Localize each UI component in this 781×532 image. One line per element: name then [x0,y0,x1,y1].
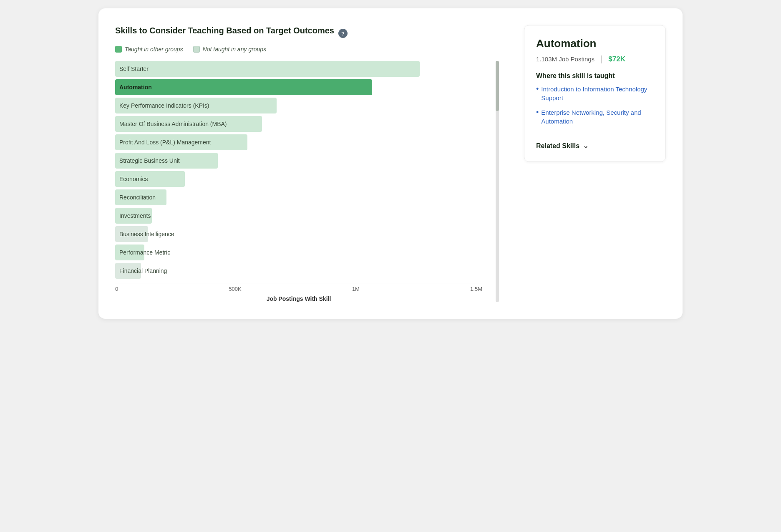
chevron-down-icon: ⌄ [583,142,588,150]
course-item-course2[interactable]: Enterprise Networking, Security and Auto… [536,108,654,126]
scrollbar-thumb[interactable] [496,61,499,111]
bar-row-kpis[interactable]: Key Performance Indicators (KPIs) [115,98,482,113]
legend-taught-label: Taught in other groups [125,46,183,53]
bar-row-business_intelligence[interactable]: Business Intelligence [115,226,482,242]
related-skills-toggle[interactable]: Related Skills ⌄ [536,135,654,150]
skill-meta: 1.103M Job Postings | $72K [536,54,654,64]
bar-label-self_starter: Self Starter [115,61,149,77]
x-tick-2: 1M [352,286,360,292]
legend-not-taught: Not taught in any groups [193,46,267,53]
legend-taught: Taught in other groups [115,46,183,53]
x-tick-1: 500K [229,286,241,292]
help-icon[interactable]: ? [338,29,348,38]
bar-row-economics[interactable]: Economics [115,171,482,187]
skill-salary: $72K [608,55,625,63]
bar-label-strategic_business_unit: Strategic Business Unit [115,153,180,169]
bar-row-self_starter[interactable]: Self Starter [115,61,482,77]
bar-row-mba[interactable]: Master Of Business Administration (MBA) [115,116,482,132]
meta-divider: | [600,54,602,64]
x-axis-ticks: 0500K1M1.5M [115,283,482,292]
legend-green-box [115,46,122,53]
legend-not-taught-label: Not taught in any groups [203,46,267,53]
bar-row-strategic_business_unit[interactable]: Strategic Business Unit [115,153,482,169]
bar-label-investments: Investments [115,208,151,224]
where-taught-heading: Where this skill is taught [536,72,654,80]
bar-row-financial_planning[interactable]: Financial Planning [115,263,482,279]
bar-label-business_intelligence: Business Intelligence [115,226,174,242]
bar-row-investments[interactable]: Investments [115,208,482,224]
course-item-course1[interactable]: Introduction to Information Technology S… [536,85,654,102]
bar-row-performance_metric[interactable]: Performance Metric [115,245,482,260]
related-skills-label: Related Skills [536,142,579,150]
bar-label-kpis: Key Performance Indicators (KPIs) [115,98,209,113]
x-tick-3: 1.5M [470,286,482,292]
job-postings: 1.103M Job Postings [536,55,595,63]
chart-area: Self StarterAutomationKey Performance In… [115,61,507,302]
x-axis: 0500K1M1.5M Job Postings With Skill [115,283,507,302]
course-list: Introduction to Information Technology S… [536,85,654,126]
left-panel: Skills to Consider Teaching Based on Tar… [115,25,507,302]
bar-row-pl_management[interactable]: Profit And Loss (P&L) Management [115,134,482,150]
chart-title: Skills to Consider Teaching Based on Tar… [115,25,334,36]
x-tick-0: 0 [115,286,118,292]
bar-label-economics: Economics [115,171,148,187]
skill-title: Automation [536,37,654,50]
bar-label-pl_management: Profit And Loss (P&L) Management [115,134,211,150]
scrollbar-track [496,61,499,302]
legend-light-box [193,46,200,53]
bar-label-financial_planning: Financial Planning [115,263,167,279]
x-axis-label: Job Postings With Skill [115,295,482,302]
bar-label-mba: Master Of Business Administration (MBA) [115,116,227,132]
right-panel: Automation 1.103M Job Postings | $72K Wh… [524,25,666,162]
bar-label-automation: Automation [115,79,152,95]
chart-header: Skills to Consider Teaching Based on Tar… [115,25,507,42]
bar-row-automation[interactable]: Automation [115,79,482,95]
bar-row-reconciliation[interactable]: Reconciliation [115,189,482,205]
chart-legend: Taught in other groups Not taught in any… [115,46,507,53]
bar-label-reconciliation: Reconciliation [115,189,156,205]
main-card: Skills to Consider Teaching Based on Tar… [98,8,683,319]
bars-container: Self StarterAutomationKey Performance In… [115,61,507,279]
bar-label-performance_metric: Performance Metric [115,245,170,260]
